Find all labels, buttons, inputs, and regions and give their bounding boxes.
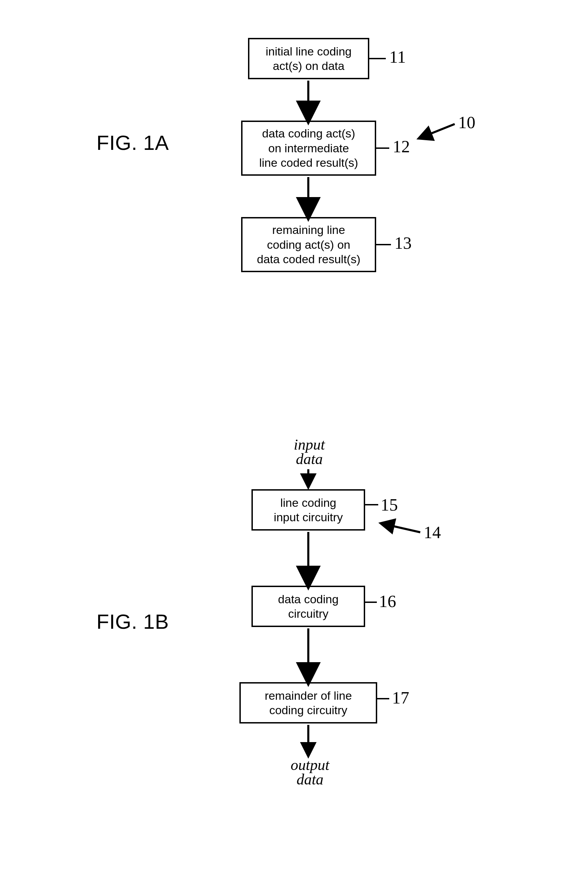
ref-15: 15 <box>381 496 398 513</box>
box-17-text: remainder of line coding circuitry <box>264 688 352 718</box>
box-17: remainder of line coding circuitry <box>239 682 377 724</box>
box-11: initial line coding act(s) on data <box>248 38 369 79</box>
box-15: line coding input circuitry <box>252 489 365 531</box>
figure-label-1a: FIG. 1A <box>96 131 169 155</box>
box-12: data coding act(s) on intermediate line … <box>241 121 376 176</box>
leader-10 <box>420 124 455 138</box>
box-16: data coding circuitry <box>252 586 365 627</box>
ref-12: 12 <box>393 138 410 155</box>
ref-16: 16 <box>379 592 396 610</box>
box-11-text: initial line coding act(s) on data <box>266 44 352 73</box>
box-13: remaining line coding act(s) on data cod… <box>241 217 376 272</box>
output-data-label: output data <box>282 758 338 787</box>
input-data-label: input data <box>285 438 333 466</box>
page: FIG. 1A initial line coding act(s) on da… <box>0 0 588 883</box>
ref-11: 11 <box>389 48 406 66</box>
box-12-text: data coding act(s) on intermediate line … <box>259 126 358 170</box>
leader-14 <box>382 524 420 532</box>
box-16-text: data coding circuitry <box>278 592 339 621</box>
ref-13: 13 <box>394 234 412 252</box>
ref-17: 17 <box>392 689 409 706</box>
box-13-text: remaining line coding act(s) on data cod… <box>257 223 361 267</box>
ref-10: 10 <box>458 114 476 131</box>
box-15-text: line coding input circuitry <box>274 495 343 525</box>
figure-label-1b: FIG. 1B <box>96 610 169 634</box>
ref-14: 14 <box>424 524 441 541</box>
